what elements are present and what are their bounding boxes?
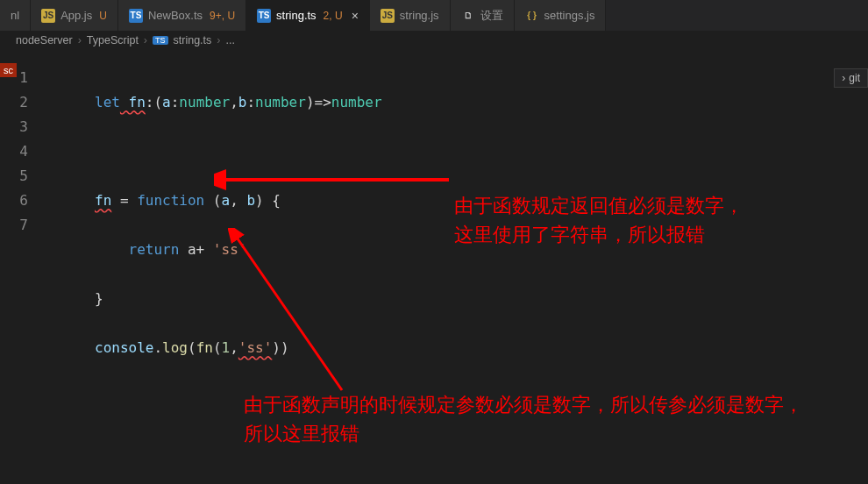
ts-icon: TS — [153, 36, 168, 45]
line-number: 6 — [0, 189, 28, 213]
code-line-1: let fn:(a:number,b:number)=>number — [95, 90, 382, 115]
tab-label: string.ts — [276, 9, 317, 22]
file-icon: 🗋 — [461, 9, 475, 23]
annotation-text-1: 由于函数规定返回值必须是数字，这里使用了字符串，所以报错 — [454, 191, 752, 249]
tab-label: nl — [11, 9, 19, 22]
tab-label: App.js — [60, 9, 92, 22]
line-number: 5 — [0, 164, 28, 189]
line-number: 2 — [0, 90, 28, 115]
breadcrumb-segment: ... — [225, 34, 234, 46]
tab-label: 设置 — [480, 8, 503, 24]
chevron-right-icon: › — [78, 34, 82, 46]
tab-modified-badge: U — [99, 10, 107, 22]
code-line-5: } — [95, 287, 382, 311]
tab-settings-js[interactable]: { } settings.js — [515, 0, 607, 31]
tab-app-js[interactable]: JS App.js U — [31, 0, 118, 31]
tab-modified-badge: 2, U — [324, 10, 343, 22]
git-panel-toggle[interactable]: › git — [834, 68, 868, 88]
breadcrumb-segment: TypeScript — [87, 34, 139, 46]
tab-label: NewBox.ts — [148, 9, 203, 22]
tab-string-js[interactable]: JS string.js — [370, 0, 451, 31]
ts-icon: TS — [257, 9, 271, 23]
ts-icon: TS — [129, 9, 143, 23]
git-label: git — [849, 72, 860, 84]
code-line-3: fn = function (a, b) { — [95, 189, 382, 213]
chevron-right-icon: › — [144, 34, 147, 46]
tab-settings-cn[interactable]: 🗋 设置 — [451, 0, 515, 31]
line-number: 7 — [0, 213, 28, 238]
tab-label: string.js — [400, 9, 439, 22]
breadcrumb-segment: nodeServer — [16, 34, 73, 46]
sc-badge: sc — [0, 63, 17, 77]
chevron-right-icon: › — [842, 72, 845, 84]
js-icon: JS — [41, 9, 55, 23]
tab-label: settings.js — [544, 9, 595, 22]
annotation-text-2: 由于函数声明的时候规定参数必须是数字，所以传参必须是数字，所以这里报错 — [244, 390, 805, 448]
tab-newbox-ts[interactable]: TS NewBox.ts 9+, U — [118, 0, 246, 31]
line-gutter: 1 2 3 4 5 6 7 — [0, 66, 44, 459]
code-line-6: console.log(fn(1,'ss')) — [95, 336, 382, 360]
breadcrumb[interactable]: nodeServer › TypeScript › TS string.ts ›… — [0, 31, 868, 50]
tab-bar: nl JS App.js U TS NewBox.ts 9+, U TS str… — [0, 0, 868, 31]
code-line-2 — [95, 139, 382, 164]
tab-nl[interactable]: nl — [0, 0, 31, 31]
tab-string-ts[interactable]: TS string.ts 2, U × — [246, 0, 370, 31]
code-line-4: return a+ 'ss' — [95, 238, 382, 262]
breadcrumb-segment: string.ts — [174, 34, 212, 46]
line-number: 3 — [0, 115, 28, 139]
close-icon[interactable]: × — [352, 9, 359, 23]
braces-icon: { } — [525, 9, 539, 23]
js-icon: JS — [381, 9, 395, 23]
line-number: 4 — [0, 139, 28, 164]
chevron-right-icon: › — [217, 34, 220, 46]
tab-modified-badge: 9+, U — [210, 10, 235, 22]
